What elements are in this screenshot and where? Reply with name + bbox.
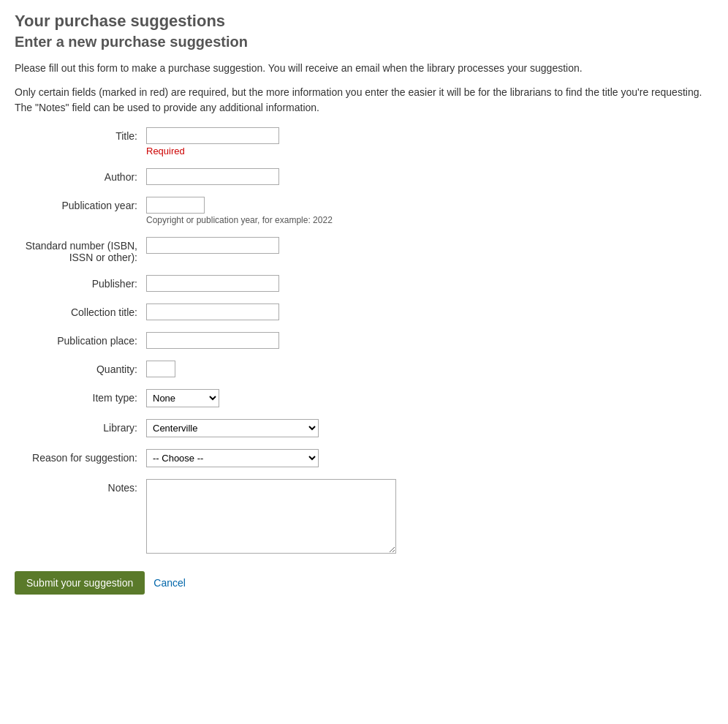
reason-select[interactable]: -- Choose -- [146, 449, 319, 467]
author-row: Author: [15, 168, 713, 185]
page-subtitle: Enter a new purchase suggestion [15, 34, 713, 50]
reason-row: Reason for suggestion: -- Choose -- [15, 449, 713, 467]
standard-number-input[interactable] [146, 237, 279, 254]
title-input[interactable] [146, 127, 279, 144]
collection-title-label: Collection title: [15, 303, 146, 318]
publication-year-field: Copyright or publication year, for examp… [146, 197, 333, 225]
page-title: Your purchase suggestions [15, 12, 713, 31]
item-type-field: None [146, 389, 219, 407]
publication-year-row: Publication year: Copyright or publicati… [15, 197, 713, 225]
publication-place-label: Publication place: [15, 332, 146, 347]
publisher-input[interactable] [146, 275, 279, 292]
publication-place-input[interactable] [146, 332, 279, 349]
author-input[interactable] [146, 168, 279, 185]
reason-field: -- Choose -- [146, 449, 319, 467]
publication-year-label: Publication year: [15, 197, 146, 211]
publication-place-field [146, 332, 279, 349]
quantity-input[interactable] [146, 361, 175, 377]
cancel-link[interactable]: Cancel [153, 577, 186, 589]
publication-year-hint: Copyright or publication year, for examp… [146, 215, 333, 225]
publisher-label: Publisher: [15, 275, 146, 290]
publisher-row: Publisher: [15, 275, 713, 292]
quantity-field [146, 361, 175, 377]
collection-title-input[interactable] [146, 303, 279, 320]
library-row: Library: Centerville [15, 419, 713, 437]
library-label: Library: [15, 419, 146, 434]
purchase-suggestion-form: Title: Required Author: Publication year… [15, 127, 713, 554]
quantity-row: Quantity: [15, 361, 713, 377]
notes-textarea[interactable] [146, 479, 396, 554]
title-row: Title: Required [15, 127, 713, 157]
item-type-label: Item type: [15, 389, 146, 404]
quantity-label: Quantity: [15, 361, 146, 375]
title-field: Required [146, 127, 279, 157]
notes-field [146, 479, 396, 554]
library-select[interactable]: Centerville [146, 419, 319, 437]
publisher-field [146, 275, 279, 292]
library-field: Centerville [146, 419, 319, 437]
standard-number-field [146, 237, 279, 254]
author-label: Author: [15, 168, 146, 183]
standard-number-label: Standard number (ISBN, ISSN or other): [15, 237, 146, 263]
button-row: Submit your suggestion Cancel [15, 571, 713, 595]
notes-label: Notes: [15, 479, 146, 494]
description-2: Only certain fields (marked in red) are … [15, 85, 713, 116]
collection-title-row: Collection title: [15, 303, 713, 320]
publication-year-input[interactable] [146, 197, 205, 214]
publication-place-row: Publication place: [15, 332, 713, 349]
notes-row: Notes: [15, 479, 713, 554]
submit-button[interactable]: Submit your suggestion [15, 571, 145, 595]
title-label: Title: [15, 127, 146, 142]
author-field [146, 168, 279, 185]
standard-number-row: Standard number (ISBN, ISSN or other): [15, 237, 713, 263]
collection-title-field [146, 303, 279, 320]
item-type-select[interactable]: None [146, 389, 219, 407]
reason-label: Reason for suggestion: [15, 449, 146, 464]
item-type-row: Item type: None [15, 389, 713, 407]
title-required: Required [146, 146, 279, 157]
description-1: Please fill out this form to make a purc… [15, 61, 713, 76]
